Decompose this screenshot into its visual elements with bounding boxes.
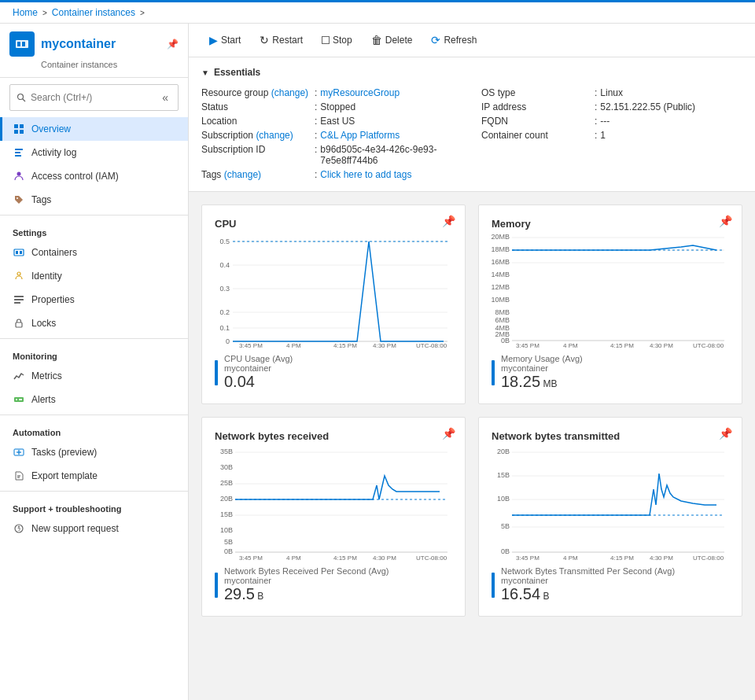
network-recv-chart-card: Network bytes received 📌 35B 30B 25B 20B… xyxy=(201,417,466,617)
network-recv-chart-container: 35B 30B 25B 20B 15B 10B 5B 0B xyxy=(215,442,452,560)
memory-chart-svg: 20MB 18MB 16MB 14MB 12MB 10MB 8MB 6MB 4M… xyxy=(492,230,729,348)
essentials-panel: ▼ Essentials Resource group (change) : m… xyxy=(189,57,755,192)
essentials-right: OS type : Linux IP address : 52.151.222.… xyxy=(481,86,742,182)
svg-text:0: 0 xyxy=(226,337,230,345)
sidebar-item-export[interactable]: Export template xyxy=(0,464,188,488)
delete-button[interactable]: 🗑 Delete xyxy=(363,30,421,50)
sub-change-link[interactable]: (change) xyxy=(256,130,293,141)
svg-rect-11 xyxy=(15,155,21,157)
svg-text:10MB: 10MB xyxy=(492,296,510,304)
memory-chart-pin[interactable]: 📌 xyxy=(719,215,732,227)
sidebar-item-activity-log[interactable]: Activity log xyxy=(0,141,188,164)
svg-rect-15 xyxy=(16,251,18,254)
svg-rect-14 xyxy=(14,249,24,256)
container-count-label: Container count xyxy=(481,130,591,141)
collapse-sidebar-button[interactable]: « xyxy=(159,88,171,107)
sidebar-item-export-label: Export template xyxy=(31,470,98,481)
svg-rect-16 xyxy=(20,251,22,254)
essentials-row-ip: IP address : 52.151.222.55 (Public) xyxy=(481,100,742,114)
essentials-header[interactable]: ▼ Essentials xyxy=(201,67,742,78)
stop-button[interactable]: Stop xyxy=(314,31,360,50)
rg-change-link[interactable]: (change) xyxy=(271,87,308,98)
locks-icon xyxy=(13,317,25,330)
sidebar-item-locks[interactable]: Locks xyxy=(0,311,188,335)
sidebar-item-support[interactable]: New support request xyxy=(0,517,188,540)
svg-text:UTC-08:00: UTC-08:00 xyxy=(693,554,724,560)
refresh-button[interactable]: ⟳ Refresh xyxy=(423,30,484,50)
svg-text:4:30 PM: 4:30 PM xyxy=(373,342,396,348)
svg-rect-2 xyxy=(22,42,25,46)
pin-icon[interactable]: 📌 xyxy=(167,39,179,50)
cpu-chart-title: CPU xyxy=(215,218,236,230)
essentials-row-subscription: Subscription (change) : C&L App Platform… xyxy=(201,128,462,142)
network-trans-value: 16.54 xyxy=(501,585,540,602)
sidebar-item-metrics[interactable]: Metrics xyxy=(0,364,188,388)
ip-label: IP address xyxy=(481,101,591,112)
svg-text:20B: 20B xyxy=(220,495,233,503)
svg-text:4:15 PM: 4:15 PM xyxy=(333,342,357,348)
sidebar-item-containers-label: Containers xyxy=(31,247,77,258)
network-recv-chart-pin[interactable]: 📌 xyxy=(442,427,455,440)
support-icon xyxy=(13,522,25,535)
os-label: OS type xyxy=(481,87,591,98)
settings-section-label: Settings xyxy=(0,219,188,241)
sidebar-resource-type: Container instances xyxy=(41,60,179,69)
restart-label: Restart xyxy=(272,35,303,46)
essentials-grid: Resource group (change) : myResourceGrou… xyxy=(201,86,742,182)
breadcrumb-home[interactable]: Home xyxy=(13,7,38,18)
restart-icon: ↻ xyxy=(260,34,269,46)
svg-text:3:45 PM: 3:45 PM xyxy=(516,554,540,560)
restart-button[interactable]: ↻ Restart xyxy=(252,30,311,50)
sidebar-item-alerts[interactable]: Alerts xyxy=(0,388,188,411)
network-trans-legend-color xyxy=(492,573,495,598)
search-input[interactable] xyxy=(31,92,154,103)
cpu-chart-pin[interactable]: 📌 xyxy=(442,215,455,227)
charts-area: CPU 📌 0.5 0.4 0.3 0.2 0.1 0 xyxy=(189,192,755,700)
network-trans-chart-pin[interactable]: 📌 xyxy=(719,427,732,440)
nav-divider-4 xyxy=(0,491,188,492)
memory-legend-color xyxy=(492,360,495,385)
subid-value: b96d505c-4e34-426c-9e93-7e5e8ff744b6 xyxy=(320,144,462,166)
stop-label: Stop xyxy=(333,35,352,46)
sidebar: mycontainer 📌 Container instances « Over… xyxy=(0,24,189,700)
subid-label: Subscription ID xyxy=(201,144,311,155)
svg-rect-10 xyxy=(15,152,20,153)
identity-icon xyxy=(13,270,25,282)
svg-text:UTC-08:00: UTC-08:00 xyxy=(693,342,724,348)
delete-icon: 🗑 xyxy=(371,34,382,46)
tags-change-link[interactable]: (change) xyxy=(224,169,261,180)
sidebar-item-properties[interactable]: Properties xyxy=(0,288,188,311)
essentials-row-tags: Tags (change) : Click here to add tags xyxy=(201,168,462,182)
network-trans-chart-container: 20B 15B 10B 5B 0B xyxy=(492,442,729,560)
svg-text:4:30 PM: 4:30 PM xyxy=(650,342,673,348)
sidebar-item-overview-label: Overview xyxy=(31,123,71,134)
toolbar: ▶ Start ↻ Restart Stop 🗑 Delete ⟳ Refres… xyxy=(189,24,755,57)
subscription-label: Subscription (change) xyxy=(201,130,311,141)
sidebar-item-identity[interactable]: Identity xyxy=(0,264,188,288)
nav-divider-3 xyxy=(0,414,188,415)
network-recv-chart-footer: Network Bytes Received Per Second (Avg) … xyxy=(215,566,452,603)
start-button[interactable]: ▶ Start xyxy=(201,30,249,50)
sidebar-item-tags[interactable]: Tags xyxy=(0,188,188,212)
network-trans-value-display: 16.54 B xyxy=(501,585,675,603)
sidebar-item-containers[interactable]: Containers xyxy=(0,241,188,264)
breadcrumb-container-instances[interactable]: Container instances xyxy=(52,7,135,18)
svg-point-17 xyxy=(17,272,20,275)
svg-text:8MB: 8MB xyxy=(495,308,510,316)
tags-icon xyxy=(13,193,25,206)
start-label: Start xyxy=(221,35,241,46)
memory-chart-card: Memory 📌 20MB 18MB 16MB 14MB 12MB 10MB 8… xyxy=(478,204,742,404)
svg-point-3 xyxy=(18,94,24,100)
sidebar-item-iam[interactable]: Access control (IAM) xyxy=(0,164,188,188)
support-section-label: Support + troubleshooting xyxy=(0,495,188,517)
network-trans-chart-title: Network bytes transmitted xyxy=(492,430,620,442)
breadcrumb-sep2: > xyxy=(140,9,145,17)
memory-value: 18.25 xyxy=(501,373,540,390)
sidebar-item-overview[interactable]: Overview xyxy=(0,117,188,141)
svg-text:10B: 10B xyxy=(497,495,510,503)
sidebar-item-tags-label: Tags xyxy=(31,194,51,205)
memory-legend-label: Memory Usage (Avg) xyxy=(501,354,583,363)
metrics-icon xyxy=(13,370,25,382)
nav-divider-2 xyxy=(0,338,188,339)
sidebar-item-tasks[interactable]: Tasks (preview) xyxy=(0,440,188,464)
